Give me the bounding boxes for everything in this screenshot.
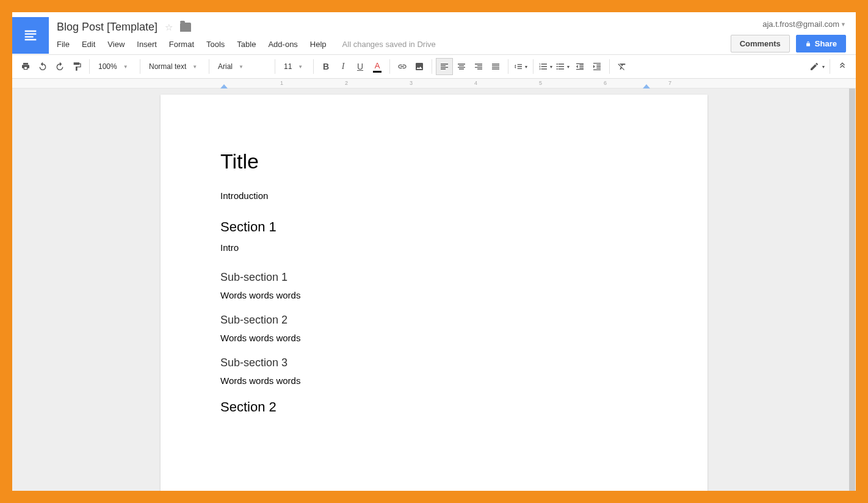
- comments-button[interactable]: Comments: [731, 35, 790, 52]
- print-icon[interactable]: [17, 58, 34, 75]
- align-center-icon[interactable]: [453, 58, 470, 75]
- docs-logo[interactable]: [12, 17, 49, 54]
- share-button-label: Share: [815, 39, 837, 48]
- account-dropdown-icon: ▼: [841, 21, 846, 27]
- line-spacing-icon[interactable]: ▼: [512, 58, 529, 75]
- increase-indent-icon[interactable]: [588, 58, 606, 75]
- menu-table[interactable]: Table: [231, 37, 262, 51]
- redo-icon[interactable]: [51, 58, 68, 75]
- document-workspace: Title Introduction Section 1 Intro Sub-s…: [12, 89, 856, 491]
- subsection-1-body[interactable]: Words words words: [220, 290, 648, 300]
- link-icon[interactable]: [394, 58, 411, 75]
- user-account[interactable]: aja.t.frost@gmail.com ▼: [762, 20, 846, 29]
- menu-file[interactable]: File: [57, 37, 76, 51]
- menu-view[interactable]: View: [101, 37, 131, 51]
- subsection-2-body[interactable]: Words words words: [220, 333, 648, 343]
- undo-icon[interactable]: [34, 58, 51, 75]
- image-icon[interactable]: [411, 58, 428, 75]
- header: Blog Post [Template] ☆ File Edit View In…: [12, 12, 856, 54]
- font-select[interactable]: Arial▼: [213, 58, 271, 75]
- menubar: File Edit View Insert Format Tools Table…: [57, 37, 731, 51]
- menu-format[interactable]: Format: [163, 37, 200, 51]
- subsection-2-heading[interactable]: Sub-section 2: [220, 314, 648, 327]
- editing-mode-icon[interactable]: ▼: [809, 58, 826, 75]
- collapse-toolbar-icon[interactable]: [834, 58, 851, 75]
- app-window: Blog Post [Template] ☆ File Edit View In…: [12, 12, 856, 491]
- menu-insert[interactable]: Insert: [131, 37, 163, 51]
- italic-icon[interactable]: I: [335, 58, 352, 75]
- menu-help[interactable]: Help: [304, 37, 333, 51]
- bulleted-list-icon[interactable]: ▼: [554, 58, 571, 75]
- menu-tools[interactable]: Tools: [200, 37, 231, 51]
- star-icon[interactable]: ☆: [165, 22, 173, 33]
- align-left-icon[interactable]: [436, 58, 453, 75]
- section-1-intro[interactable]: Intro: [220, 242, 648, 253]
- underline-icon[interactable]: U: [352, 58, 369, 75]
- clear-formatting-icon[interactable]: [613, 58, 631, 75]
- save-status: All changes saved in Drive: [333, 37, 446, 51]
- paragraph-style-select[interactable]: Normal text▼: [144, 58, 205, 75]
- scrollbar[interactable]: [848, 89, 856, 491]
- subsection-3-body[interactable]: Words words words: [220, 375, 648, 386]
- share-button[interactable]: Share: [796, 35, 846, 52]
- page[interactable]: Title Introduction Section 1 Intro Sub-s…: [161, 95, 707, 491]
- subsection-1-heading[interactable]: Sub-section 1: [220, 271, 648, 284]
- menu-addons[interactable]: Add-ons: [262, 37, 303, 51]
- menu-edit[interactable]: Edit: [76, 37, 101, 51]
- align-right-icon[interactable]: [470, 58, 487, 75]
- zoom-select[interactable]: 100%▼: [93, 58, 136, 75]
- section-2-heading[interactable]: Section 2: [220, 399, 648, 415]
- lock-icon: [805, 41, 811, 47]
- toolbar: 100%▼ Normal text▼ Arial▼ 11▼ B I U A ▼ …: [12, 54, 856, 79]
- decrease-indent-icon[interactable]: [571, 58, 588, 75]
- font-size-select[interactable]: 11▼: [279, 58, 309, 75]
- doc-title[interactable]: Title: [220, 150, 648, 173]
- section-1-heading[interactable]: Section 1: [220, 219, 648, 235]
- user-email-label: aja.t.frost@gmail.com: [762, 20, 839, 29]
- scrollbar-thumb[interactable]: [849, 89, 855, 491]
- align-justify-icon[interactable]: [487, 58, 504, 75]
- doc-intro[interactable]: Introduction: [220, 190, 648, 201]
- folder-icon[interactable]: [180, 23, 191, 32]
- numbered-list-icon[interactable]: ▼: [537, 58, 554, 75]
- bold-icon[interactable]: B: [317, 58, 335, 75]
- text-color-icon[interactable]: A: [369, 58, 386, 75]
- document-title[interactable]: Blog Post [Template]: [57, 21, 157, 34]
- ruler[interactable]: 1 2 3 4 5 6 7: [12, 79, 856, 89]
- paint-format-icon[interactable]: [68, 58, 85, 75]
- subsection-3-heading[interactable]: Sub-section 3: [220, 356, 648, 369]
